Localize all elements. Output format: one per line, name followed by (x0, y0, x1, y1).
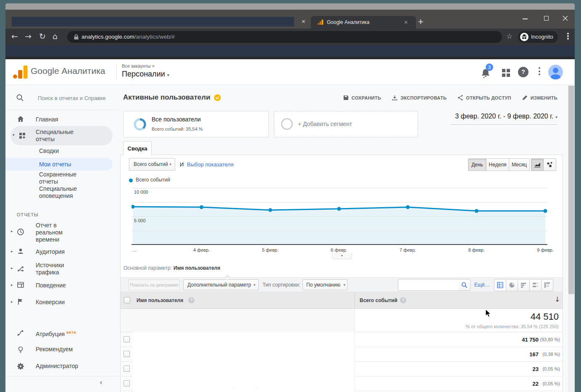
back-icon[interactable]: ← (11, 32, 18, 41)
segment-all-users[interactable]: Все пользователи Всего событий: 35,54 % (123, 111, 269, 137)
scrollbar-thumb[interactable] (568, 86, 574, 294)
table-summary-row: 44 510 % от общего количества: 35,54 % (… (121, 309, 563, 332)
metric-help-icon[interactable]: ? (400, 297, 406, 303)
table-search-button[interactable] (459, 279, 471, 291)
line-chart-icon (534, 161, 541, 168)
metric-column-header[interactable]: Всего событий (360, 297, 397, 303)
granularity-week-button[interactable]: Неделя (486, 158, 509, 171)
sidebar-search-input[interactable]: Поиск в отчетах и Справке (38, 95, 114, 101)
sidebar-item-admin[interactable]: Администратор (36, 363, 78, 370)
more-link[interactable]: Ещё… (474, 282, 490, 288)
window-maximize-button[interactable] (544, 16, 549, 21)
account-selector[interactable]: Персоналии ▾ (122, 70, 169, 79)
custom-reports-expand-icon[interactable]: ▾ (13, 133, 15, 137)
inactive-tab-close-icon[interactable]: × (302, 18, 305, 24)
tab-summary[interactable]: Сводка (123, 141, 152, 155)
apps-grid-icon[interactable] (502, 69, 510, 77)
sidebar-item-saved-reports[interactable]: Сохраненныеотчеты (39, 171, 76, 185)
sidebar-item-custom-alerts[interactable]: Специальныеоповещения (39, 185, 77, 200)
motion-chart-view-button[interactable] (544, 158, 556, 171)
show-on-chart-button[interactable]: Показать на диаграмме (129, 279, 180, 290)
select-all-checkbox[interactable] (124, 297, 130, 303)
realtime-expand-icon[interactable]: ▸ (11, 229, 13, 233)
acquisition-expand-icon[interactable]: ▸ (11, 266, 13, 270)
legend-label: Всего событий (136, 177, 170, 183)
help-icon[interactable]: ? (518, 67, 528, 77)
bookmark-star-icon[interactable]: ☆ (506, 32, 513, 40)
browser-toolbar: ← → ↻ ⌂ analytics.google.com/analytics/w… (5, 29, 575, 45)
pivot-view-button[interactable] (541, 279, 553, 291)
address-bar[interactable]: analytics.google.com/analytics/web/# (67, 31, 502, 43)
sort-type-dropdown[interactable]: По умолчанию ▾ (302, 279, 347, 290)
active-tab-close-icon[interactable]: × (404, 19, 408, 25)
sidebar-item-attribution[interactable]: АтрибуцияБЕТА (36, 329, 76, 338)
beta-badge: БЕТА (66, 331, 76, 334)
inactive-tab[interactable] (12, 17, 294, 26)
chart-x-tick: 5 февр. (255, 247, 285, 253)
table-view-icon (497, 282, 503, 288)
row-checkbox[interactable] (124, 366, 130, 372)
share-button[interactable]: ОТКРЫТЬ ДОСТУП (457, 95, 511, 100)
row-checkbox[interactable] (124, 380, 130, 387)
save-button[interactable]: СОХРАНИТЬ (343, 95, 381, 100)
date-range-selector[interactable]: 3 февр. 2020 г. - 9 февр. 2020 г. ▾ (455, 113, 557, 120)
ga-favicon (318, 19, 323, 25)
select-metric-link[interactable]: Выбор показателя (187, 161, 234, 168)
table-search-input[interactable] (398, 279, 459, 291)
window-close-button[interactable] (563, 16, 568, 21)
add-segment-button[interactable]: + Добавить сегмент (274, 111, 418, 137)
chart-y-tick: 10 000 (134, 189, 148, 195)
comparison-view-button[interactable] (529, 279, 541, 291)
line-chart-view-button[interactable] (531, 158, 544, 171)
sidebar-item-audience[interactable]: Аудитория (36, 248, 65, 255)
sidebar-item-realtime[interactable]: Отчет вреальномвремени (36, 222, 63, 243)
row-checkbox[interactable] (124, 351, 130, 357)
metric-selector-dropdown[interactable]: Всего событий ▾ (129, 158, 175, 171)
row-value: 23 (533, 362, 539, 376)
forward-icon[interactable]: → (25, 32, 32, 41)
trend-chart[interactable] (131, 188, 547, 245)
sidebar-item-home[interactable]: Главная (36, 116, 58, 123)
sidebar-item-conversions[interactable]: Конверсии (36, 299, 65, 306)
sidebar-item-acquisition[interactable]: Источникитрафика (36, 262, 64, 276)
reload-icon[interactable]: ↻ (39, 32, 46, 41)
sidebar-item-behavior[interactable]: Поведение (36, 282, 66, 289)
sidebar-item-discover[interactable]: Рекомендуем (36, 346, 73, 353)
summary-total: 44 510 (531, 311, 559, 322)
browser-menu-icon[interactable] (567, 33, 569, 39)
dimension-column-header[interactable]: Имя пользователя (137, 297, 183, 303)
ga-logo (13, 66, 29, 79)
header-menu-icon[interactable] (539, 67, 540, 75)
chart-collapse-button[interactable]: ▾ (332, 253, 352, 259)
granularity-day-button[interactable]: День (468, 158, 486, 171)
window-minimize-button[interactable] (523, 18, 528, 19)
acquisition-icon (17, 265, 24, 273)
audience-expand-icon[interactable]: ▸ (11, 249, 13, 253)
new-tab-button[interactable]: + (418, 17, 423, 26)
primary-dimension-value[interactable]: Имя пользователя (174, 265, 220, 271)
sort-direction-icon[interactable]: ↓ (555, 295, 560, 303)
active-tab[interactable]: Google Аналитика × (311, 16, 416, 29)
secondary-dimension-dropdown[interactable]: Дополнительный параметр ▾ (183, 279, 259, 290)
sidebar-item-dashboards[interactable]: Сводки (39, 147, 59, 155)
url-host: analytics.google.com (81, 34, 134, 40)
behavior-expand-icon[interactable]: ▸ (11, 283, 13, 287)
performance-view-button[interactable] (518, 279, 529, 291)
table-view-button[interactable] (494, 279, 506, 291)
avatar[interactable] (548, 65, 563, 79)
row-checkbox[interactable] (124, 336, 130, 342)
conversions-expand-icon[interactable]: ▸ (11, 300, 13, 304)
collapse-sidebar-icon[interactable]: ‹ (100, 378, 103, 387)
table-toolbar: Показать на диаграмме Дополнительный пар… (121, 277, 563, 292)
breadcrumb[interactable]: Все аккаунты > (122, 63, 155, 68)
home-icon[interactable]: ⌂ (53, 32, 58, 41)
discover-icon (17, 346, 24, 353)
audience-icon (17, 247, 24, 255)
percentage-view-button[interactable] (506, 279, 518, 291)
granularity-month-button[interactable]: Месяц (509, 158, 530, 171)
row-dimension-cell: . . (133, 376, 355, 391)
export-button[interactable]: ЭКСПОРТИРОВАТЬ (392, 95, 447, 100)
dimension-help-icon[interactable]: ? (188, 297, 195, 303)
edit-button[interactable]: ИЗМЕНИТЬ (522, 95, 557, 100)
screen: × Google Аналитика × + ← → ↻ ⌂ (0, 0, 581, 392)
